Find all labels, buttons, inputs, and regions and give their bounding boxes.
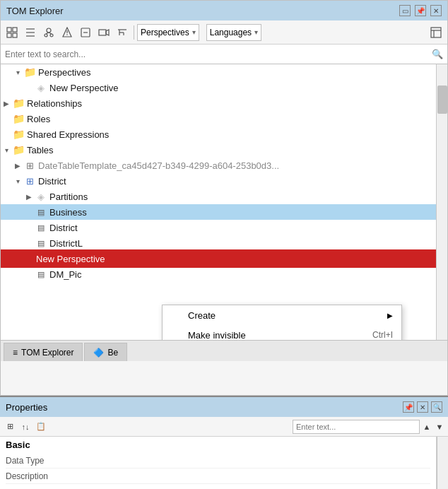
district-field-label: District	[49, 223, 78, 233]
tree-item-district-field[interactable]: ▤ District	[1, 220, 447, 235]
folder-icon: 📁	[23, 66, 36, 78]
field-icon-dmpic: ▤	[35, 268, 47, 281]
scrollbar-thumb[interactable]	[437, 86, 447, 114]
expand-tables[interactable]: ▾	[1, 144, 12, 155]
expand-partitions[interactable]: ▶	[23, 191, 35, 202]
tree-item-tables[interactable]: ▾ 📁 Tables	[1, 142, 447, 158]
prop-close-button[interactable]: ✕	[417, 401, 428, 413]
np-context-label: New Perspective	[36, 254, 105, 264]
close-button[interactable]: ✕	[430, 5, 442, 16]
context-menu: Create ▶ Make invisible Ctrl+I Shown in …	[162, 305, 402, 340]
prop-row-datatype: Data Type	[6, 453, 430, 469]
languages-dropdown[interactable]: Languages ▾	[206, 24, 261, 41]
toolbar-btn-6[interactable]	[95, 24, 112, 41]
svg-point-7	[47, 28, 51, 33]
tree-item-datetable[interactable]: ▶ ⊞ DateTableTemplate_ca45d427-b349-4299…	[1, 158, 447, 173]
districtl-label: DistrictL	[49, 238, 83, 249]
expand-perspectives[interactable]: ▾	[12, 66, 23, 78]
prop-scroll-down[interactable]: ▼	[434, 421, 445, 432]
svg-point-8	[45, 34, 47, 37]
pin-button[interactable]: 📌	[415, 5, 426, 16]
toolbar-btn-4[interactable]	[59, 24, 76, 41]
datetable-label: DateTableTemplate_ca45d427-b349-4299-a60…	[38, 160, 279, 171]
prop-row-description: Description	[6, 469, 430, 484]
tree-item-district[interactable]: ▾ ⊞ District	[1, 173, 447, 189]
tree-item-np-context[interactable]: New Perspective	[2, 251, 446, 266]
search-bar: 🔍	[1, 45, 447, 64]
table-icon-date: ⊞	[23, 159, 36, 172]
minimize-button[interactable]: ▭	[399, 5, 411, 16]
tree-item-relationships[interactable]: ▶ 📁 Relationships	[1, 95, 447, 111]
folder-icon-rel: 📁	[12, 97, 25, 110]
be-tab-label: Be	[107, 348, 118, 358]
invisible-shortcut: Ctrl+I	[372, 330, 393, 340]
svg-point-14	[66, 34, 68, 35]
district-label: District	[38, 176, 66, 187]
create-icon	[171, 310, 182, 321]
perspectives-label: Perspectives	[141, 28, 189, 37]
prop-pin-button[interactable]: 📌	[403, 401, 414, 413]
prop-title-controls: 📌 ✕ 🔍	[403, 401, 442, 413]
tree-container[interactable]: ▾ 📁 Perspectives ◈ New Perspective ▶ 📁 R…	[1, 64, 447, 340]
tree-item-business[interactable]: ▤ Business	[1, 204, 447, 220]
toolbar: Perspectives ▾ Languages ▾	[1, 20, 447, 45]
expand-datetable[interactable]: ▶	[12, 160, 23, 171]
prop-section-basic: Basic	[6, 440, 430, 450]
invisible-label: Make invisible	[188, 330, 246, 341]
new-perspective-label: New Perspective	[49, 83, 119, 93]
tom-explorer-panel: TOM Explorer ▭ 📌 ✕ Perspec	[0, 0, 448, 396]
prop-scrollbar[interactable]	[437, 437, 448, 489]
tree-item-shared-expressions[interactable]: 📁 Shared Expressions	[1, 126, 447, 142]
prop-toolbar-btn-3[interactable]: 📋	[34, 420, 48, 434]
prop-toolbar-btn-1[interactable]: ⊞	[3, 420, 17, 434]
toolbar-btn-8[interactable]	[428, 24, 444, 41]
prop-key-description: Description	[6, 471, 76, 481]
svg-rect-0	[7, 28, 11, 32]
invisible-icon	[171, 329, 182, 340]
properties-panel: Properties 📌 ✕ 🔍 ⊞ ↑↓ 📋 ▲ ▼ Basic Data T…	[0, 396, 448, 489]
field-icon-districtl: ▤	[35, 237, 47, 249]
toolbar-btn-5[interactable]	[77, 24, 94, 41]
tree-item-districtl[interactable]: ▤ DistrictL	[1, 235, 447, 251]
toolbar-btn-3[interactable]	[40, 24, 57, 41]
menu-item-create[interactable]: Create ▶	[163, 305, 401, 325]
dmpic-label: DM_Pic	[49, 269, 82, 280]
toolbar-separator-1	[134, 25, 134, 40]
toolbar-btn-2[interactable]	[22, 24, 39, 41]
perspectives-dropdown[interactable]: Perspectives ▾	[137, 24, 199, 41]
expand-district[interactable]: ▾	[12, 175, 23, 187]
svg-rect-1	[13, 28, 17, 32]
menu-item-make-invisible[interactable]: Make invisible Ctrl+I	[163, 325, 401, 340]
toolbar-btn-1[interactable]	[4, 24, 20, 41]
prop-toolbar-btn-2[interactable]: ↑↓	[18, 420, 33, 434]
tree-item-dmpic[interactable]: ▤ DM_Pic	[1, 266, 447, 282]
folder-icon-se: 📁	[12, 128, 25, 141]
perspectives-arrow: ▾	[192, 28, 196, 36]
svg-line-11	[49, 33, 52, 34]
search-input[interactable]	[5, 49, 432, 59]
prop-scroll-up[interactable]: ▲	[421, 421, 432, 432]
partitions-label: Partitions	[49, 192, 88, 202]
svg-rect-22	[431, 28, 441, 37]
perspectives-label: Perspectives	[38, 67, 90, 78]
scrollbar[interactable]	[436, 64, 447, 340]
toolbar-btn-7[interactable]	[114, 24, 131, 41]
shared-expressions-label: Shared Expressions	[27, 129, 109, 140]
tom-explorer-tab[interactable]: ≡ TOM Explorer	[4, 343, 83, 361]
svg-rect-3	[13, 33, 17, 37]
tree-item-new-perspective[interactable]: ◈ New Perspective	[1, 80, 447, 95]
be-tab[interactable]: 🔷 Be	[84, 343, 127, 361]
title-text: TOM Explorer	[6, 6, 64, 16]
tree-item-perspectives[interactable]: ▾ 📁 Perspectives	[1, 64, 447, 80]
folder-icon-roles: 📁	[12, 112, 25, 125]
prop-title-text: Properties	[6, 402, 47, 413]
prop-expand-button[interactable]: 🔍	[431, 401, 442, 413]
prop-search-input[interactable]	[296, 423, 416, 431]
tree-item-roles[interactable]: 📁 Roles	[1, 111, 447, 126]
prop-left: Basic Data Type Description	[0, 437, 437, 489]
expand-relationships[interactable]: ▶	[1, 98, 12, 109]
roles-label: Roles	[27, 114, 50, 124]
relationships-label: Relationships	[27, 98, 82, 109]
field-icon-business: ▤	[35, 206, 47, 218]
tree-item-partitions[interactable]: ▶ ◈ Partitions	[1, 189, 447, 204]
